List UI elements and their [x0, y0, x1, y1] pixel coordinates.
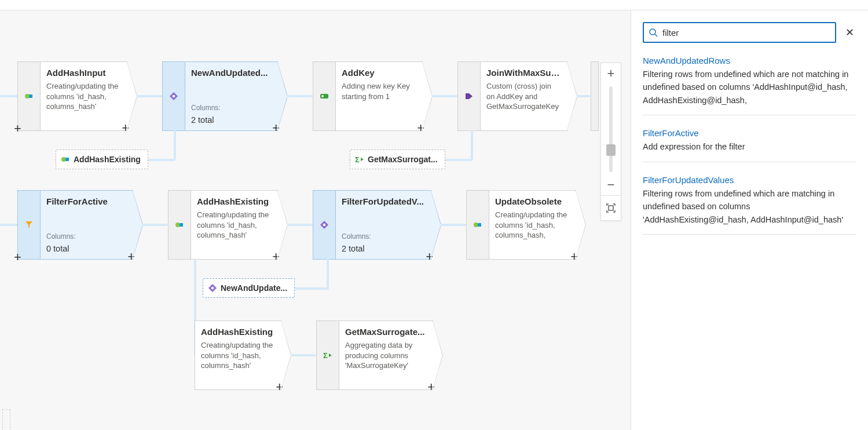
node-desc: Creating/updating the columns 'id_hash, …: [46, 81, 121, 112]
svg-text:Σ: Σ: [323, 351, 328, 360]
result-desc: Add expression for the filter: [643, 140, 856, 153]
add-after-icon[interactable]: +: [570, 250, 578, 263]
svg-point-5: [321, 95, 324, 97]
node-getmaxsurrogate[interactable]: Σ GetMaxSurrogate... Aggregating data by…: [316, 320, 433, 390]
node-filterforupdated[interactable]: FilterForUpdatedV... Columns: 2 total +: [313, 190, 431, 260]
node-desc: Aggregating data by producing columns 'M…: [345, 340, 427, 371]
ref-newandupdated[interactable]: NewAndUpdate...: [203, 278, 295, 298]
node-desc: Custom (cross) join on AddKey and GetMax…: [486, 81, 561, 112]
svg-point-3: [173, 95, 175, 98]
svg-point-0: [25, 94, 30, 99]
node-title: AddHashInput: [46, 68, 121, 78]
result-title[interactable]: FilterForUpdatedValues: [643, 175, 856, 185]
derived-column-icon: [168, 190, 191, 260]
ref-getmaxsurrogate[interactable]: Σ GetMaxSurrogat...: [350, 150, 445, 169]
flow-canvas[interactable]: + AddHashInput Creating/updating the col…: [0, 10, 631, 430]
node-partial[interactable]: [591, 61, 599, 131]
svg-rect-11: [180, 223, 183, 227]
result-title[interactable]: NewAndUpdatedRows: [643, 56, 856, 65]
svg-line-22: [655, 34, 657, 37]
search-result[interactable]: FilterForUpdatedValues Filtering rows fr…: [643, 169, 856, 235]
node-addkey[interactable]: AddKey Adding new key Key starting from …: [313, 61, 423, 131]
node-desc: Adding new key Key starting from 1: [342, 81, 416, 101]
add-after-icon[interactable]: +: [127, 250, 135, 263]
svg-rect-15: [478, 223, 481, 227]
filter-icon: [17, 190, 41, 260]
join-icon: [457, 61, 481, 131]
node-addhashexisting-2[interactable]: AddHashExisting Creating/updating the co…: [192, 320, 281, 390]
add-after-icon[interactable]: +: [417, 122, 424, 134]
zoom-out-button[interactable]: −: [600, 174, 621, 195]
result-desc: Filtering rows from undefined which are …: [643, 187, 856, 226]
aggregate-icon: Σ: [355, 155, 364, 164]
svg-point-14: [474, 223, 478, 227]
svg-marker-19: [329, 354, 332, 357]
node-title: NewAndUpdated...: [191, 68, 272, 78]
node-title: FilterForActive: [46, 196, 127, 206]
node-desc: Creating/updating the columns 'id_hash, …: [201, 340, 275, 371]
node-desc: Creating/updating the columns 'id_hash, …: [495, 210, 570, 242]
derived-column-icon: [61, 155, 70, 164]
add-after-icon[interactable]: +: [272, 250, 280, 263]
exists-icon: [313, 190, 336, 260]
node-updateobsolete[interactable]: UpdateObsolete Creating/updating the col…: [466, 190, 576, 260]
node-addhashinput[interactable]: + AddHashInput Creating/updating the col…: [17, 61, 127, 131]
add-after-icon[interactable]: +: [427, 381, 435, 393]
node-meta-label: Columns:: [46, 232, 127, 240]
node-desc: Creating/updating the columns 'id_hash, …: [197, 210, 272, 240]
ref-addhashexisting[interactable]: AddHashExisting: [56, 150, 148, 169]
result-desc: Filtering rows from undefined which are …: [643, 68, 856, 107]
node-meta-value: 2 total: [342, 244, 425, 253]
zoom-thumb[interactable]: [606, 144, 616, 156]
svg-point-21: [650, 29, 655, 35]
zoom-slider[interactable]: [609, 86, 613, 172]
svg-text:Σ: Σ: [355, 155, 360, 164]
node-title: AddHashExisting: [201, 327, 275, 337]
search-result[interactable]: FilterForActive Add expression for the f…: [643, 122, 856, 162]
node-joinwithmaxsurrogate[interactable]: JoinWithMaxSur... Custom (cross) join on…: [457, 61, 567, 131]
aggregate-icon: Σ: [316, 320, 339, 390]
derived-column-icon: [466, 190, 489, 260]
top-bar: [0, 0, 868, 10]
node-meta-label: Columns:: [191, 104, 272, 112]
search-result[interactable]: NewAndUpdatedRows Filtering rows from un…: [643, 50, 856, 115]
node-title: GetMaxSurrogate...: [345, 327, 427, 337]
node-newandupdatedrows[interactable]: NewAndUpdated... Columns: 2 total +: [162, 61, 278, 131]
node-filterforactive[interactable]: + FilterForActive Columns: 0 total +: [17, 190, 133, 260]
add-after-icon[interactable]: +: [276, 381, 283, 393]
add-after-icon[interactable]: +: [272, 122, 280, 134]
result-title[interactable]: FilterForActive: [643, 128, 856, 138]
add-before-icon[interactable]: +: [14, 122, 21, 135]
search-input[interactable]: [661, 27, 830, 38]
svg-point-17: [211, 287, 214, 290]
svg-rect-20: [609, 206, 613, 210]
node-title: AddHashExisting: [197, 196, 272, 206]
search-icon: [649, 28, 658, 37]
add-before-icon[interactable]: +: [14, 251, 21, 264]
zoom-controls: + −: [600, 63, 621, 221]
node-title: JoinWithMaxSur...: [486, 68, 561, 78]
close-icon[interactable]: ✕: [843, 24, 856, 41]
node-title: AddKey: [342, 68, 416, 78]
search-results-panel: ✕ NewAndUpdatedRows Filtering rows from …: [631, 10, 868, 430]
node-title: FilterForUpdatedV...: [342, 196, 425, 206]
svg-rect-1: [29, 94, 32, 98]
node-meta-value: 0 total: [46, 244, 127, 253]
svg-point-6: [61, 157, 66, 162]
add-after-icon[interactable]: +: [426, 250, 433, 263]
node-title: UpdateObsolete: [495, 196, 570, 206]
exists-icon: [162, 61, 185, 131]
search-box[interactable]: [643, 22, 836, 43]
node-addhashexisting[interactable]: AddHashExisting Creating/updating the co…: [168, 190, 278, 260]
svg-point-10: [175, 223, 180, 227]
node-meta-label: Columns:: [342, 232, 425, 240]
svg-marker-9: [361, 158, 364, 161]
node-meta-value: 2 total: [191, 115, 272, 125]
add-after-icon[interactable]: +: [122, 122, 129, 134]
svg-point-13: [323, 224, 326, 227]
zoom-fit-button[interactable]: [600, 196, 621, 220]
derived-column-icon: [17, 61, 41, 131]
exists-icon: [208, 283, 217, 293]
zoom-in-button[interactable]: +: [600, 63, 621, 84]
surrogate-key-icon: [313, 61, 336, 131]
